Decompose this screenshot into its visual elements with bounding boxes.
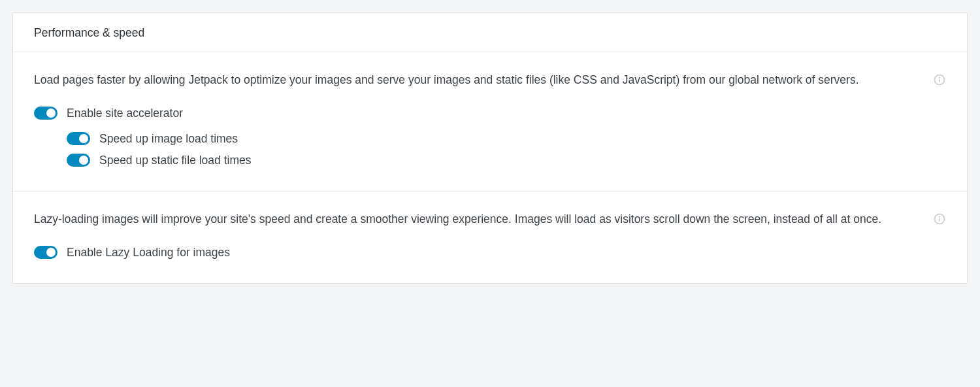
speed-up-images-toggle[interactable] xyxy=(67,132,90,145)
info-icon[interactable] xyxy=(933,212,946,226)
speed-up-static-files-toggle[interactable] xyxy=(67,154,90,167)
enable-lazy-loading-toggle[interactable] xyxy=(34,246,57,259)
enable-lazy-loading-row: Enable Lazy Loading for images xyxy=(34,246,946,260)
site-accelerator-description: Load pages faster by allowing Jetpack to… xyxy=(34,71,924,90)
enable-lazy-loading-label: Enable Lazy Loading for images xyxy=(67,246,230,260)
speed-up-images-row: Speed up image load times xyxy=(67,132,946,146)
info-icon[interactable] xyxy=(933,73,946,86)
card-header: Performance & speed xyxy=(13,13,967,52)
enable-site-accelerator-label: Enable site accelerator xyxy=(67,107,183,120)
speed-up-static-files-row: Speed up static file load times xyxy=(67,154,946,167)
enable-site-accelerator-row: Enable site accelerator xyxy=(34,107,946,120)
enable-site-accelerator-toggle[interactable] xyxy=(34,107,57,120)
lazy-loading-section: Lazy-loading images will improve your si… xyxy=(13,191,967,283)
svg-point-5 xyxy=(939,216,940,217)
site-accelerator-section: Load pages faster by allowing Jetpack to… xyxy=(13,52,967,191)
lazy-loading-description: Lazy-loading images will improve your si… xyxy=(34,210,924,229)
svg-point-2 xyxy=(939,77,940,78)
site-accelerator-sub-options: Speed up image load times Speed up stati… xyxy=(67,132,946,167)
card-title: Performance & speed xyxy=(34,26,946,40)
speed-up-images-label: Speed up image load times xyxy=(99,132,238,146)
performance-settings-card: Performance & speed Load pages faster by… xyxy=(12,12,968,284)
speed-up-static-files-label: Speed up static file load times xyxy=(99,154,252,167)
